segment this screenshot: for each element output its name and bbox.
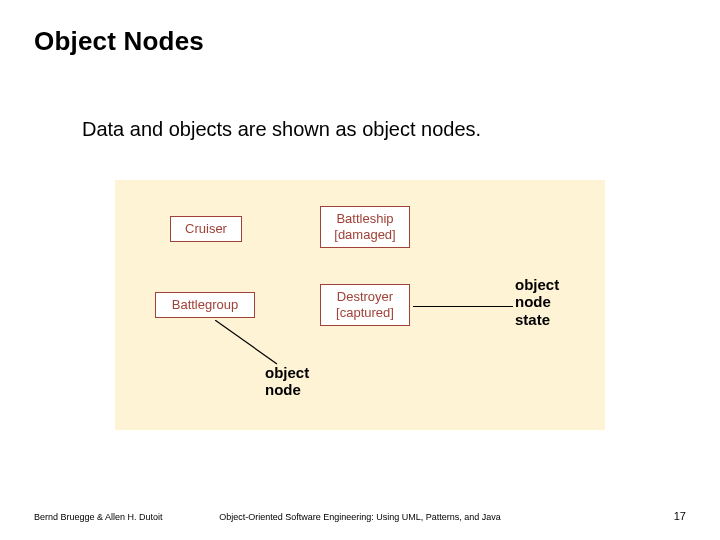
subtitle: Data and objects are shown as object nod… <box>82 118 481 141</box>
object-node-battlegroup: Battlegroup <box>155 292 255 318</box>
page-number: 17 <box>674 510 686 522</box>
object-node-label: Battlegroup <box>172 297 239 313</box>
svg-line-0 <box>215 320 277 364</box>
page-title: Object Nodes <box>34 26 204 57</box>
diagram-panel: Cruiser Battleship [damaged] Battlegroup… <box>115 180 605 430</box>
annotation-line: node <box>515 293 559 310</box>
annotation-line: state <box>515 311 559 328</box>
annotation-object-node-state: object node state <box>515 276 559 328</box>
pointer-line <box>413 306 513 307</box>
annotation-line: object <box>515 276 559 293</box>
annotation-line: node <box>265 381 309 398</box>
object-node-cruiser: Cruiser <box>170 216 242 242</box>
footer-book: Object-Oriented Software Engineering: Us… <box>0 512 720 522</box>
annotation-object-node: object node <box>265 364 309 399</box>
object-node-label: Destroyer <box>337 289 393 305</box>
slide: Object Nodes Data and objects are shown … <box>0 0 720 540</box>
object-node-battleship: Battleship [damaged] <box>320 206 410 248</box>
object-node-state: [damaged] <box>334 227 395 243</box>
annotation-line: object <box>265 364 309 381</box>
object-node-label: Battleship <box>336 211 393 227</box>
object-node-label: Cruiser <box>185 221 227 237</box>
object-node-destroyer: Destroyer [captured] <box>320 284 410 326</box>
pointer-line <box>215 320 285 366</box>
object-node-state: [captured] <box>336 305 394 321</box>
